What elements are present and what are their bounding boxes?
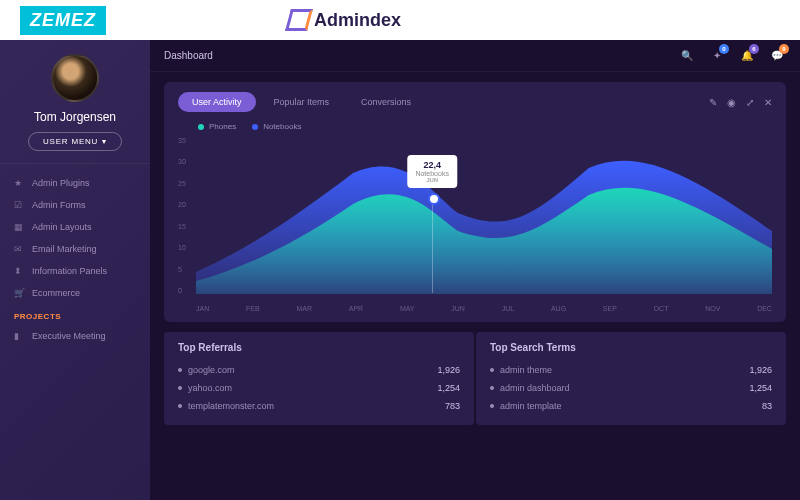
referral-row[interactable]: templatemonster.com783 — [178, 397, 460, 415]
app-shell: Tom Jorgensen USER MENU ▾ ★Admin Plugins… — [0, 40, 800, 500]
mail-icon: ✉ — [14, 244, 24, 254]
expand-icon[interactable]: ⤢ — [746, 97, 754, 108]
projects-section-label: PROJECTS — [0, 304, 150, 325]
card-tools: ✎ ◉ ⤢ ✕ — [709, 97, 772, 108]
dot-icon — [198, 124, 204, 130]
grid-icon: ▦ — [14, 222, 24, 232]
drop-icon[interactable]: ◉ — [727, 97, 736, 108]
wand-icon[interactable]: ✦0 — [708, 47, 726, 65]
topbar: Dashboard 🔍 ✦0 🔔6 💬9 — [150, 40, 800, 72]
sidebar: Tom Jorgensen USER MENU ▾ ★Admin Plugins… — [0, 40, 150, 500]
y-axis: 35302520151050 — [178, 137, 186, 294]
search-icon[interactable]: 🔍 — [678, 47, 696, 65]
chat-icon[interactable]: 💬9 — [768, 47, 786, 65]
chart-marker — [432, 193, 433, 293]
wand-badge: 0 — [719, 44, 729, 54]
area-svg — [196, 137, 772, 294]
plot-area: 22,4 Notebooks JUN — [196, 137, 772, 294]
chart-legend: Phones Notebooks — [178, 120, 772, 137]
legend-phones: Phones — [198, 122, 236, 131]
nav-project-executive-meeting[interactable]: ▮Executive Meeting — [0, 325, 150, 347]
admindex-logo-icon — [286, 9, 308, 31]
top-referrals-panel: Top Referrals google.com1,926 yahoo.com1… — [164, 332, 474, 425]
dot-icon — [252, 124, 258, 130]
avatar[interactable] — [51, 54, 99, 102]
edit-icon[interactable]: ✎ — [709, 97, 717, 108]
bell-badge: 6 — [749, 44, 759, 54]
check-icon: ☑ — [14, 200, 24, 210]
page-title: Dashboard — [164, 50, 213, 61]
product-name: Admindex — [314, 10, 401, 31]
tabs-row: User Activity Popular Items Conversions … — [178, 92, 772, 112]
top-search-terms-panel: Top Search Terms admin theme1,926 admin … — [476, 332, 786, 425]
product-brand: Admindex — [286, 9, 401, 31]
chart: 35302520151050 22, — [196, 137, 772, 312]
referral-row[interactable]: google.com1,926 — [178, 361, 460, 379]
brand-bar: ZEMEZ Admindex — [0, 0, 800, 40]
bottom-row: Top Referrals google.com1,926 yahoo.com1… — [164, 332, 786, 425]
tab-conversions[interactable]: Conversions — [347, 92, 425, 112]
nav: ★Admin Plugins ☑Admin Forms ▦Admin Layou… — [0, 164, 150, 500]
tab-user-activity[interactable]: User Activity — [178, 92, 256, 112]
cart-icon: 🛒 — [14, 288, 24, 298]
activity-card: User Activity Popular Items Conversions … — [164, 82, 786, 322]
tab-list: User Activity Popular Items Conversions — [178, 92, 425, 112]
nav-admin-plugins[interactable]: ★Admin Plugins — [0, 172, 150, 194]
bookmark-icon: ▮ — [14, 331, 24, 341]
star-icon: ★ — [14, 178, 24, 188]
x-axis: JANFEBMARAPRMAYJUNJULAUGSEPOCTNOVDEC — [196, 305, 772, 312]
legend-notebooks: Notebooks — [252, 122, 301, 131]
referrals-title: Top Referrals — [178, 342, 460, 353]
search-term-row[interactable]: admin template83 — [490, 397, 772, 415]
nav-admin-forms[interactable]: ☑Admin Forms — [0, 194, 150, 216]
search-term-row[interactable]: admin dashboard1,254 — [490, 379, 772, 397]
main: Dashboard 🔍 ✦0 🔔6 💬9 User Activity Popul… — [150, 40, 800, 500]
zemez-logo: ZEMEZ — [20, 6, 106, 35]
bell-icon[interactable]: 🔔6 — [738, 47, 756, 65]
chat-badge: 9 — [779, 44, 789, 54]
topbar-actions: 🔍 ✦0 🔔6 💬9 — [678, 47, 786, 65]
chart-icon: ⬍ — [14, 266, 24, 276]
close-icon[interactable]: ✕ — [764, 97, 772, 108]
content: User Activity Popular Items Conversions … — [150, 72, 800, 500]
chevron-down-icon: ▾ — [102, 137, 107, 146]
username: Tom Jorgensen — [10, 110, 140, 124]
referral-row[interactable]: yahoo.com1,254 — [178, 379, 460, 397]
search-terms-title: Top Search Terms — [490, 342, 772, 353]
nav-ecommerce[interactable]: 🛒Ecommerce — [0, 282, 150, 304]
chart-tooltip: 22,4 Notebooks JUN — [407, 155, 456, 188]
search-term-row[interactable]: admin theme1,926 — [490, 361, 772, 379]
profile-block: Tom Jorgensen USER MENU ▾ — [0, 40, 150, 164]
user-menu-button[interactable]: USER MENU ▾ — [28, 132, 122, 151]
tab-popular-items[interactable]: Popular Items — [260, 92, 344, 112]
nav-email-marketing[interactable]: ✉Email Marketing — [0, 238, 150, 260]
nav-admin-layouts[interactable]: ▦Admin Layouts — [0, 216, 150, 238]
nav-information-panels[interactable]: ⬍Information Panels — [0, 260, 150, 282]
